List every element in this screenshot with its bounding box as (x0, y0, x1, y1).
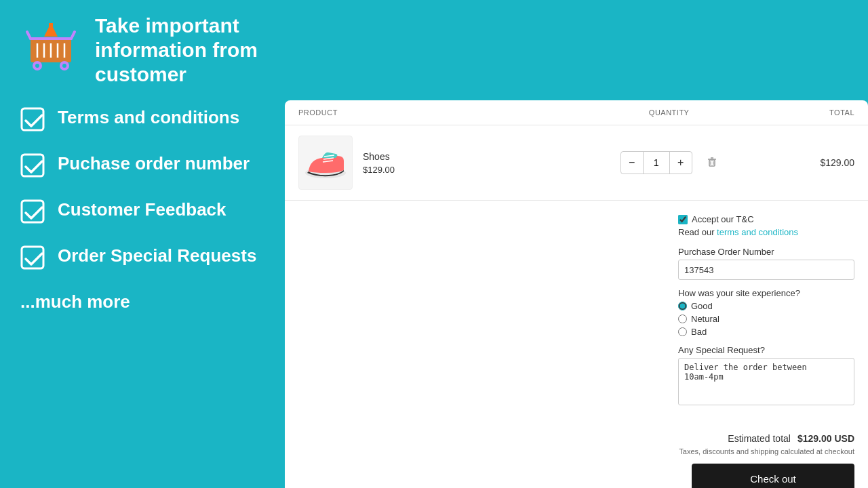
feature-list: Terms and conditions Puchase order numbe… (20, 107, 271, 272)
qty-control: − 1 + (620, 151, 692, 174)
svg-rect-14 (22, 201, 43, 222)
qty-decrease-button[interactable]: − (621, 152, 643, 174)
po-row: Purchase Order Number (678, 247, 854, 280)
qty-value: 1 (643, 152, 670, 174)
feature-po: Puchase order number (20, 153, 271, 180)
feature-terms: Terms and conditions (20, 107, 271, 134)
more-text: ...much more (20, 291, 271, 312)
radio-bad[interactable]: Bad (678, 327, 854, 337)
special-request-row: Any Special Request? Deliver the order b… (678, 345, 854, 408)
col-header-quantity: QUANTITY (576, 108, 762, 117)
tc-link-row: Read our terms and conditions (678, 227, 854, 237)
form-section: Accept our T&C Read our terms and condit… (285, 201, 868, 423)
svg-rect-20 (709, 160, 715, 166)
tc-label: Accept our T&C (692, 214, 754, 224)
tc-read-text: Read our (678, 227, 717, 237)
svg-rect-12 (22, 108, 43, 130)
tc-checkbox[interactable] (678, 215, 688, 224)
estimated-value: $129.00 USD (797, 433, 854, 444)
po-input[interactable] (678, 260, 854, 280)
col-header-product: PRODUCT (298, 108, 576, 117)
cart-icon (20, 20, 81, 81)
radio-netural-label: Netural (691, 314, 719, 324)
experience-row: How was your site experience? Good Netur… (678, 288, 854, 337)
product-col: Shoes $129.00 (298, 136, 576, 190)
radio-bad-label: Bad (691, 327, 707, 337)
svg-point-10 (35, 64, 39, 68)
radio-bad-input[interactable] (678, 327, 687, 336)
feature-feedback-label: Customer Feedback (58, 199, 226, 220)
feature-special-label: Order Special Requests (58, 245, 256, 266)
col-header-total: TOTAL (762, 108, 854, 117)
estimated-total-row: Estimated total $129.00 USD (728, 433, 854, 444)
svg-rect-15 (22, 247, 43, 268)
check-icon-po (20, 153, 47, 180)
product-image (298, 136, 353, 190)
trash-icon (706, 156, 718, 168)
shoe-svg (302, 139, 349, 186)
checkout-button[interactable]: Check out (692, 464, 854, 488)
feature-terms-label: Terms and conditions (58, 107, 239, 128)
svg-point-11 (62, 64, 66, 68)
po-label: Purchase Order Number (678, 247, 854, 257)
svg-rect-13 (22, 155, 43, 176)
radio-good-input[interactable] (678, 302, 687, 310)
check-icon-terms (20, 107, 47, 134)
experience-radio-group: Good Netural Bad (678, 301, 854, 337)
checkout-card: PRODUCT QUANTITY TOTAL (285, 100, 868, 488)
feature-po-label: Puchase order number (58, 153, 250, 174)
page-title: Take important information from customer (95, 14, 271, 87)
tc-link[interactable]: terms and conditions (717, 227, 798, 237)
cart-item: Shoes $129.00 − 1 + $129.00 (285, 125, 868, 201)
radio-good-label: Good (691, 301, 713, 311)
feature-feedback: Customer Feedback (20, 199, 271, 226)
svg-rect-1 (49, 23, 53, 37)
experience-label: How was your site experience? (678, 288, 854, 298)
product-price: $129.00 (363, 165, 395, 175)
estimated-label: Estimated total (728, 433, 791, 444)
radio-good[interactable]: Good (678, 301, 854, 311)
header-section: Take important information from customer (20, 14, 271, 87)
tc-row: Accept our T&C (678, 214, 854, 224)
product-info: Shoes $129.00 (363, 151, 395, 175)
delete-item-button[interactable] (706, 156, 718, 170)
cart-header: PRODUCT QUANTITY TOTAL (285, 100, 868, 125)
cart-footer: Estimated total $129.00 USD Taxes, disco… (285, 423, 868, 488)
feature-special: Order Special Requests (20, 245, 271, 272)
check-icon-special (20, 245, 47, 272)
radio-netural-input[interactable] (678, 314, 687, 323)
left-panel: Take important information from customer… (0, 0, 292, 488)
product-name: Shoes (363, 151, 395, 162)
form-fields: Accept our T&C Read our terms and condit… (678, 214, 854, 416)
special-request-textarea[interactable]: Deliver the order between 10am-4pm (678, 358, 854, 405)
radio-netural[interactable]: Netural (678, 314, 854, 324)
tax-note: Taxes, discounts and shipping calculated… (679, 447, 854, 455)
quantity-col: − 1 + (576, 151, 762, 174)
special-request-label: Any Special Request? (678, 345, 854, 355)
check-icon-feedback (20, 199, 47, 226)
item-total: $129.00 (762, 157, 854, 168)
qty-increase-button[interactable]: + (670, 152, 692, 174)
